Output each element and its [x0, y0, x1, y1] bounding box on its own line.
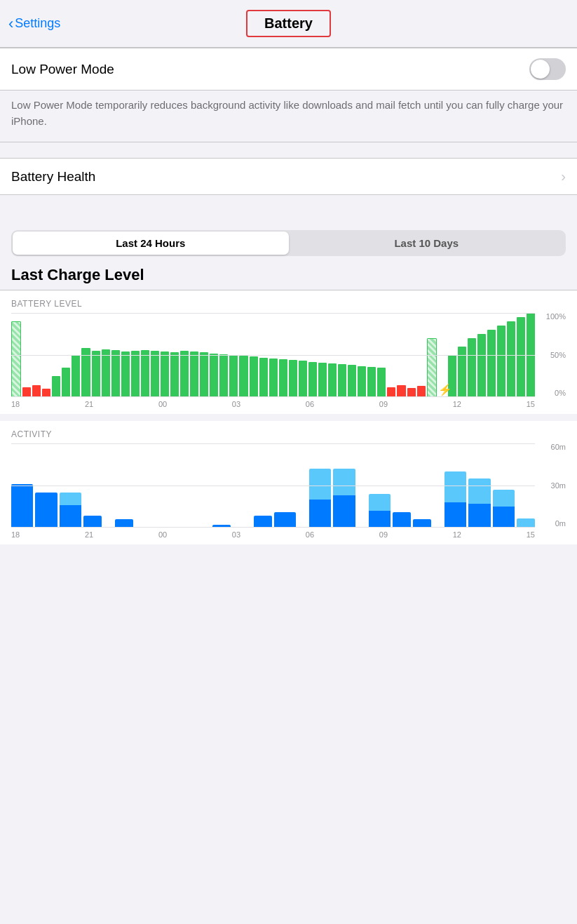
act-y-label-0: 0m [538, 520, 566, 528]
bar-rise-6 [497, 326, 505, 397]
act-bar-14-dark [468, 504, 490, 528]
activity-bars [11, 443, 566, 528]
bar-g-12 [161, 351, 169, 397]
bar-rise-3 [468, 338, 476, 397]
bar-g-13 [170, 352, 179, 397]
time-selector-section: Last 24 Hours Last 10 Days [0, 223, 577, 256]
nav-bar: ‹ Settings Battery [0, 0, 577, 48]
x-label-18: 18 [11, 400, 20, 408]
act-y-label-30: 30m [538, 482, 566, 490]
act-x-label-06: 06 [306, 530, 314, 539]
activity-chart: 60m 30m 0m [11, 443, 566, 539]
act-x-label-12: 12 [453, 530, 461, 539]
battery-health-label: Battery Health [11, 169, 95, 185]
bar-g-34 [377, 368, 386, 397]
x-label-15: 15 [527, 400, 535, 408]
bar-g-23 [269, 359, 278, 397]
bar-red-m2 [397, 385, 405, 397]
bar-g-10 [141, 350, 149, 397]
back-chevron-icon: ‹ [8, 16, 13, 32]
act-bar-8-light [309, 469, 331, 500]
segment-last-10-days[interactable]: Last 10 Days [289, 232, 565, 255]
act-bar-13-dark [444, 502, 466, 528]
act-bar-5 [212, 525, 231, 528]
battery-health-row[interactable]: Battery Health › [0, 159, 577, 194]
last-charge-level-title: Last Charge Level [0, 256, 577, 290]
bar-g-2 [62, 368, 70, 397]
low-power-mode-toggle[interactable] [529, 58, 566, 80]
act-bar-2 [35, 493, 57, 528]
bar-g-26 [299, 361, 307, 397]
low-power-mode-section: Low Power Mode [0, 48, 577, 91]
activity-x-labels: 18 21 00 03 06 09 12 15 [11, 530, 566, 539]
bar-g-3 [72, 355, 80, 397]
bar-g-18 [219, 354, 228, 397]
x-label-06: 06 [306, 400, 314, 408]
chevron-right-icon: › [561, 168, 566, 185]
back-label: Settings [15, 16, 60, 31]
bar-g-17 [210, 354, 218, 397]
act-bar-2b [60, 493, 81, 505]
battery-health-section[interactable]: Battery Health › [0, 158, 577, 195]
bar-g-15 [190, 351, 198, 397]
act-x-label-18: 18 [11, 530, 20, 539]
act-bar-9-light [333, 469, 355, 495]
act-x-label-09: 09 [379, 530, 388, 539]
act-bar-13-light [444, 471, 466, 502]
bar-g-20 [239, 356, 247, 397]
x-label-00: 00 [158, 400, 167, 408]
act-x-label-00: 00 [158, 530, 167, 539]
act-bar-8-dark [309, 500, 331, 528]
bar-rise-5 [487, 330, 496, 397]
back-button[interactable]: ‹ Settings [8, 16, 60, 32]
bar-red-2 [32, 385, 41, 397]
battery-y-labels: 100% 50% 0% [538, 313, 566, 397]
bar-g-24 [279, 359, 287, 397]
bar-g-19 [229, 355, 238, 397]
bar-g-14 [180, 351, 189, 397]
y-label-0: 0% [538, 389, 566, 397]
bar-g-27 [308, 362, 317, 397]
bar-g-30 [338, 364, 346, 397]
act-y-label-60: 60m [538, 443, 566, 451]
activity-label: ACTIVITY [11, 429, 566, 439]
bar-g-6 [102, 349, 110, 397]
bar-g-8 [121, 351, 130, 397]
act-bar-2c [60, 505, 81, 528]
act-bar-3 [83, 516, 102, 528]
bar-red-3 [42, 389, 50, 397]
bar-rise-4 [477, 334, 486, 397]
low-power-mode-label: Low Power Mode [11, 62, 114, 77]
act-bar-10-dark [369, 511, 391, 528]
bar-rise-9 [527, 313, 535, 397]
bar-charging-1 [11, 321, 21, 397]
bar-g-5 [92, 351, 100, 397]
act-bar-6 [254, 516, 272, 528]
act-bar-16 [517, 518, 535, 528]
toggle-knob [531, 60, 550, 79]
x-label-21: 21 [85, 400, 93, 408]
act-bar-7 [274, 512, 296, 528]
y-label-100: 100% [538, 313, 566, 321]
act-bar-9-dark [333, 495, 355, 528]
lightning-icon: ⚡ [438, 383, 452, 396]
x-label-09: 09 [379, 400, 388, 408]
low-power-description: Low Power Mode temporarily reduces backg… [0, 91, 577, 142]
bar-g-25 [289, 360, 297, 397]
act-bar-14-light [468, 478, 490, 504]
battery-bars: ⚡ [11, 313, 566, 397]
battery-x-labels: 18 21 00 03 06 09 12 15 [11, 400, 566, 408]
bar-g-11 [151, 351, 159, 397]
bar-g-4 [81, 348, 90, 397]
bar-rise-2 [458, 347, 466, 397]
act-bar-4 [115, 519, 133, 528]
segment-control[interactable]: Last 24 Hours Last 10 Days [11, 230, 566, 256]
battery-level-chart-section: BATTERY LEVEL 100% 50% 0% [0, 290, 577, 414]
activity-y-labels: 60m 30m 0m [538, 443, 566, 528]
act-bar-15-dark [493, 507, 515, 528]
bar-rise-8 [517, 317, 525, 397]
page-title: Battery [264, 15, 313, 31]
bar-g-31 [348, 365, 356, 397]
y-label-50: 50% [538, 351, 566, 359]
segment-last-24-hours[interactable]: Last 24 Hours [13, 232, 289, 255]
